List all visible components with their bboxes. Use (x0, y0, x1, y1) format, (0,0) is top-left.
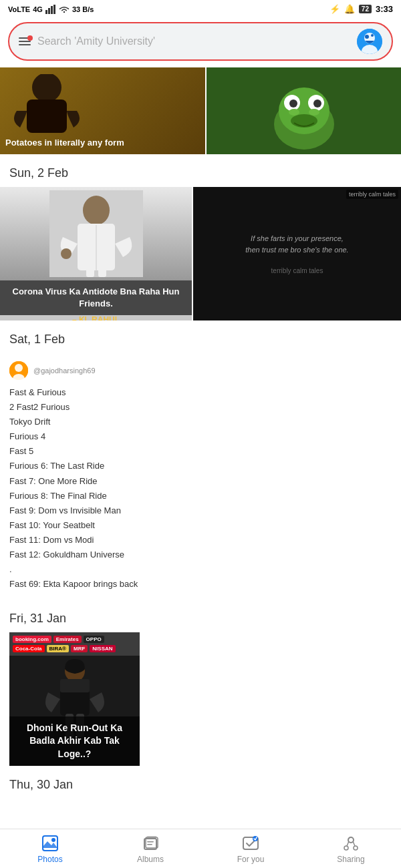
signal-strength: 4G (33, 5, 43, 13)
search-bar-container: Search 'Amity University' (0, 18, 401, 67)
date-header-feb1: Sat, 1 Feb (0, 320, 401, 353)
feb2-sub: – KL RAHUL (0, 315, 192, 320)
sponsor-nissan: NISSAN (90, 645, 115, 652)
user-avatar[interactable] (357, 29, 382, 54)
feb2-source: terribly calm tales (271, 267, 323, 274)
post-line-2: 2 Fast2 Furious (9, 400, 392, 415)
sponsor-coca: Coca‑Cola (13, 645, 45, 652)
status-left: VoLTE 4G 33 B/s (8, 5, 94, 14)
post-line-11: Fast 11: Dom vs Modi (9, 533, 392, 548)
for-you-icon (242, 835, 259, 852)
feb2-right-image: terribly calm tales If she farts in your… (193, 187, 401, 320)
menu-button[interactable] (19, 37, 31, 45)
svg-point-47 (354, 846, 358, 850)
nav-item-photos[interactable]: Photos (0, 835, 100, 864)
person-image-area (0, 187, 192, 280)
volte-indicator: VoLTE (8, 5, 30, 13)
sponsor-booking: booking.com (13, 636, 51, 643)
nav-item-foryou[interactable]: For you (200, 835, 301, 864)
svg-point-8 (371, 34, 374, 37)
status-bar: VoLTE 4G 33 B/s ⚡ 🔔 72 3:33 (0, 0, 401, 18)
svg-rect-32 (60, 679, 90, 692)
svg-point-9 (32, 74, 61, 102)
kl-rahul-silhouette (49, 190, 143, 277)
post-line-7: Fast 7: One More Ride (9, 474, 392, 489)
signal-bars-icon (45, 5, 56, 14)
bottom-navigation: Photos Albums For you (0, 829, 401, 868)
source-tag-top: terribly calm tales (346, 190, 398, 199)
svg-rect-2 (51, 6, 53, 14)
photos-label: Photos (37, 855, 62, 864)
svg-point-18 (289, 109, 299, 116)
svg-rect-40 (147, 836, 156, 839)
svg-rect-1 (48, 8, 50, 14)
top-left-text: Potatoes in literally any form (5, 138, 124, 149)
nav-item-sharing[interactable]: Sharing (301, 835, 401, 864)
sharing-label: Sharing (337, 855, 364, 864)
post-line-6: Furious 6: The Last Ride (9, 459, 392, 473)
top-image-grid: Potatoes in literally any form (0, 67, 401, 154)
svg-rect-42 (147, 844, 152, 845)
svg-rect-3 (53, 5, 55, 14)
text-post-container: @gajodharsingh69 Fast & Furious 2 Fast2 … (0, 353, 401, 600)
svg-rect-10 (27, 99, 67, 133)
svg-line-48 (347, 841, 349, 846)
albums-label: Albums (137, 855, 164, 864)
feb2-left-image: Corona Virus Ka Antidote Bna Raha Hun Fr… (0, 187, 192, 320)
post-line-1: Fast & Furious (9, 385, 392, 400)
sponsor-bira: BIRA® (47, 645, 69, 652)
jan31-caption: Dhoni Ke Run-Out Ka Badla Akhir Kab Tak … (9, 716, 140, 767)
post-line-10: Fast 10: Your Seatbelt (9, 518, 392, 533)
photos-icon (41, 835, 59, 852)
svg-marker-36 (43, 841, 57, 848)
jan31-image-container: booking.com Emirates OPPO Coca‑Cola BIRA… (0, 632, 401, 766)
svg-rect-35 (43, 836, 57, 851)
albums-icon (142, 835, 159, 852)
post-line-12: Fast 12: Gokuldham Universe (9, 548, 392, 562)
date-header-feb2: Sun, 2 Feb (0, 154, 401, 187)
post-line-8: Furious 8: The Final Ride (9, 489, 392, 503)
svg-rect-23 (86, 250, 94, 277)
svg-point-44 (253, 836, 258, 841)
post-line-14: Fast 69: Ekta Kapoor brings back (9, 577, 392, 592)
top-right-meme (207, 67, 401, 154)
wifi-icon (59, 5, 70, 13)
svg-rect-24 (98, 250, 106, 277)
date-header-jan31: Fri, 31 Jan (0, 600, 401, 632)
post-line-9: Fast 9: Dom vs Invisible Man (9, 503, 392, 518)
svg-point-46 (344, 846, 348, 850)
post-line-4: Furious 4 (9, 429, 392, 444)
search-inner[interactable]: Search 'Amity University' (8, 22, 393, 61)
feb2-image-grid: Corona Virus Ka Antidote Bna Raha Hun Fr… (0, 187, 401, 320)
svg-point-28 (15, 364, 23, 372)
person-silhouette (3, 74, 90, 134)
feb2-caption: Corona Virus Ka Antidote Bna Raha Hun Fr… (0, 280, 192, 315)
notification-dot (27, 35, 33, 41)
svg-point-26 (61, 248, 72, 259)
post-line-5: Fast 5 (9, 444, 392, 459)
sponsor-oppo: OPPO (84, 636, 104, 643)
svg-point-15 (289, 99, 297, 107)
sponsor-emirates: Emirates (53, 636, 82, 643)
feb2-quote: If she farts in your presence,then trust… (245, 233, 348, 255)
avatar-image (357, 29, 382, 54)
battery-indicator: 72 (359, 5, 372, 13)
bottom-nav-wrapper: Photos Albums For you (0, 855, 401, 868)
author-avatar (9, 361, 28, 380)
dhoni-image: booking.com Emirates OPPO Coca‑Cola BIRA… (9, 632, 140, 766)
pepe-frog (264, 71, 344, 151)
post-line-3: Tokyo Drift (9, 415, 392, 429)
search-placeholder[interactable]: Search 'Amity University' (37, 35, 350, 47)
download-speed: 33 B/s (72, 5, 94, 13)
author-avatar-img (9, 361, 28, 380)
foryou-label: For you (237, 855, 265, 864)
post-line-13: . (9, 562, 392, 577)
nav-item-albums[interactable]: Albums (100, 835, 200, 864)
post-author-row: @gajodharsingh69 (9, 361, 392, 380)
date-header-jan30: Thu, 30 Jan (9, 778, 392, 792)
bell-icon: 🔔 (344, 4, 355, 14)
svg-point-19 (309, 109, 319, 116)
sponsor-mrf: MRF (71, 645, 88, 652)
author-handle: @gajodharsingh69 (33, 367, 96, 375)
status-right: ⚡ 🔔 72 3:33 (329, 4, 393, 14)
